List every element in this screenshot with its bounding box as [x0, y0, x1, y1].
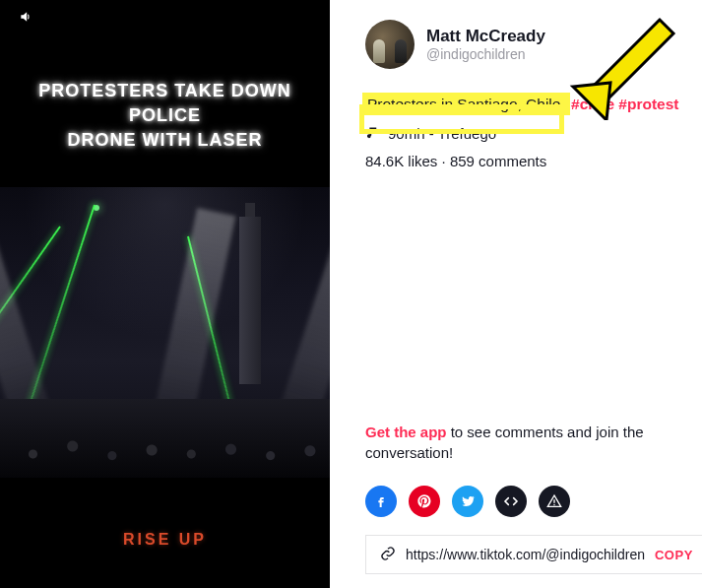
share-facebook-button[interactable] — [365, 486, 397, 517]
crowd-silhouette — [0, 399, 330, 478]
stats-row: 84.6K likes · 859 comments — [365, 153, 702, 169]
music-label: 90mh - Trefuego — [388, 125, 496, 142]
video-overlay-title: PROTESTERS TAKE DOWN POLICE DRONE WITH L… — [0, 79, 330, 154]
author-handle[interactable]: @indigochildren — [426, 46, 545, 62]
caption-text: Protesters in Santiago, Chile. — [365, 96, 567, 112]
share-embed-button[interactable] — [495, 486, 527, 517]
building-silhouette — [239, 217, 261, 384]
copy-link-button[interactable]: COPY — [655, 548, 693, 562]
video-bottom-watermark: RISE UP — [0, 531, 330, 549]
hashtag[interactable]: #chile — [571, 96, 614, 112]
author-display-name[interactable]: Matt McCready — [426, 27, 545, 46]
author-block[interactable]: Matt McCready @indigochildren — [365, 20, 702, 69]
music-note-icon — [365, 125, 380, 143]
post-info-panel: Matt McCready @indigochildren Protesters… — [330, 0, 702, 588]
video-player[interactable]: PROTESTERS TAKE DOWN POLICE DRONE WITH L… — [0, 0, 330, 588]
likes-count: 84.6K likes — [365, 153, 437, 169]
link-icon — [380, 546, 396, 564]
share-row — [365, 486, 702, 517]
share-twitter-button[interactable] — [452, 486, 483, 517]
get-app-link[interactable]: Get the app — [365, 424, 447, 440]
permalink-row: https://www.tiktok.com/@indigochildren C… — [365, 535, 702, 574]
comments-count: 859 comments — [450, 153, 546, 169]
get-app-cta: Get the app to see comments and join the… — [365, 422, 702, 465]
overlay-line-1: PROTESTERS TAKE DOWN POLICE — [38, 81, 291, 125]
share-report-button[interactable] — [539, 486, 570, 517]
sound-icon[interactable] — [18, 10, 33, 27]
music-row[interactable]: 90mh - Trefuego — [365, 125, 702, 143]
share-pinterest-button[interactable] — [409, 486, 440, 517]
hashtag[interactable]: #protest — [618, 96, 678, 112]
avatar[interactable] — [365, 20, 415, 69]
caption-row: Protesters in Santiago, Chile. #chile #p… — [365, 95, 702, 115]
permalink-text[interactable]: https://www.tiktok.com/@indigochildren — [406, 547, 645, 562]
video-frame-scene — [0, 187, 330, 478]
overlay-line-2: DRONE WITH LASER — [68, 130, 263, 150]
